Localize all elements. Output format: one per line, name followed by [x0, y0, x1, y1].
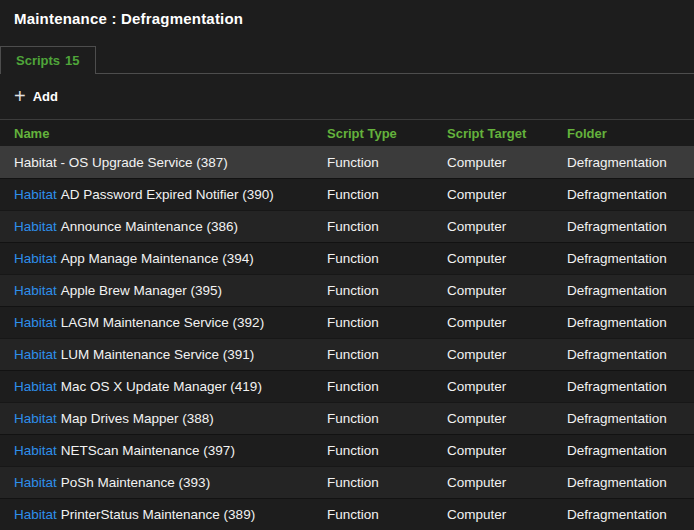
table-row[interactable]: HabitatLAGM Maintenance Service (392) Fu…	[0, 306, 694, 338]
script-target-cell: Computer	[447, 347, 567, 362]
script-name-cell: HabitatAnnounce Maintenance (386)	[14, 219, 327, 234]
add-button[interactable]: + Add	[14, 88, 58, 106]
script-target-cell: Computer	[447, 411, 567, 426]
script-name-link[interactable]: Habitat	[14, 315, 57, 330]
script-type-cell: Function	[327, 379, 447, 394]
page-title: Maintenance : Defragmentation	[14, 10, 680, 27]
table-row[interactable]: HabitatMac OS X Update Manager (419) Fun…	[0, 370, 694, 402]
script-name-link[interactable]: Habitat	[14, 187, 57, 202]
plus-icon: +	[14, 86, 26, 106]
folder-cell: Defragmentation	[567, 315, 694, 330]
table-row[interactable]: HabitatPoSh Maintenance (393) Function C…	[0, 466, 694, 498]
script-name-text: NETScan Maintenance (397)	[61, 443, 235, 458]
toolbar: + Add	[0, 74, 694, 119]
script-name-link[interactable]: Habitat	[14, 283, 57, 298]
table-row[interactable]: HabitatNETScan Maintenance (397) Functio…	[0, 434, 694, 466]
script-name-text: App Manage Maintenance (394)	[61, 251, 254, 266]
script-target-cell: Computer	[447, 219, 567, 234]
column-header-script-target[interactable]: Script Target	[447, 126, 567, 141]
folder-cell: Defragmentation	[567, 283, 694, 298]
script-type-cell: Function	[327, 347, 447, 362]
script-target-cell: Computer	[447, 443, 567, 458]
table-row[interactable]: HabitatApple Brew Manager (395) Function…	[0, 274, 694, 306]
table-body: Habitat - OS Upgrade Service (387) Funct…	[0, 146, 694, 530]
script-type-cell: Function	[327, 155, 447, 170]
table-row[interactable]: HabitatAD Password Expired Notifier (390…	[0, 178, 694, 210]
column-header-script-type[interactable]: Script Type	[327, 126, 447, 141]
folder-cell: Defragmentation	[567, 347, 694, 362]
script-target-cell: Computer	[447, 155, 567, 170]
script-type-cell: Function	[327, 283, 447, 298]
script-name-text: PoSh Maintenance (393)	[61, 475, 210, 490]
script-name-cell: HabitatApp Manage Maintenance (394)	[14, 251, 327, 266]
table-header: Name Script Type Script Target Folder	[0, 119, 694, 146]
script-target-cell: Computer	[447, 475, 567, 490]
tab-scripts-label: Scripts	[16, 53, 60, 68]
add-button-label: Add	[33, 89, 58, 104]
script-target-cell: Computer	[447, 315, 567, 330]
script-name-cell: HabitatMac OS X Update Manager (419)	[14, 379, 327, 394]
script-name-text: Habitat - OS Upgrade Service (387)	[14, 155, 228, 170]
tab-scripts[interactable]: Scripts 15	[0, 46, 96, 74]
script-name-cell: HabitatLAGM Maintenance Service (392)	[14, 315, 327, 330]
folder-cell: Defragmentation	[567, 219, 694, 234]
script-name-cell: HabitatPoSh Maintenance (393)	[14, 475, 327, 490]
script-name-cell: HabitatMap Drives Mapper (388)	[14, 411, 327, 426]
script-name-text: Map Drives Mapper (388)	[61, 411, 214, 426]
script-name-text: AD Password Expired Notifier (390)	[61, 187, 274, 202]
table-row[interactable]: HabitatPrinterStatus Maintenance (389) F…	[0, 498, 694, 530]
script-name-text: Apple Brew Manager (395)	[61, 283, 222, 298]
script-type-cell: Function	[327, 219, 447, 234]
script-name-cell: HabitatApple Brew Manager (395)	[14, 283, 327, 298]
tab-scripts-count: 15	[65, 53, 79, 68]
script-name-link[interactable]: Habitat	[14, 379, 57, 394]
script-type-cell: Function	[327, 443, 447, 458]
script-target-cell: Computer	[447, 379, 567, 394]
script-name-link[interactable]: Habitat	[14, 411, 57, 426]
folder-cell: Defragmentation	[567, 379, 694, 394]
script-name-link[interactable]: Habitat	[14, 347, 57, 362]
tab-bar: Scripts 15	[0, 46, 694, 74]
script-name-link[interactable]: Habitat	[14, 251, 57, 266]
table-row[interactable]: HabitatMap Drives Mapper (388) Function …	[0, 402, 694, 434]
table-row[interactable]: HabitatLUM Maintenance Service (391) Fun…	[0, 338, 694, 370]
script-name-text: Mac OS X Update Manager (419)	[61, 379, 262, 394]
script-name-link[interactable]: Habitat	[14, 507, 57, 522]
table-row[interactable]: Habitat - OS Upgrade Service (387) Funct…	[0, 146, 694, 178]
script-name-text: Announce Maintenance (386)	[61, 219, 238, 234]
table-row[interactable]: HabitatApp Manage Maintenance (394) Func…	[0, 242, 694, 274]
script-name-cell: HabitatAD Password Expired Notifier (390…	[14, 187, 327, 202]
folder-cell: Defragmentation	[567, 155, 694, 170]
script-target-cell: Computer	[447, 251, 567, 266]
folder-cell: Defragmentation	[567, 411, 694, 426]
folder-cell: Defragmentation	[567, 443, 694, 458]
folder-cell: Defragmentation	[567, 187, 694, 202]
maintenance-page: Maintenance : Defragmentation Scripts 15…	[0, 0, 694, 530]
script-name-link[interactable]: Habitat	[14, 475, 57, 490]
folder-cell: Defragmentation	[567, 475, 694, 490]
folder-cell: Defragmentation	[567, 507, 694, 522]
folder-cell: Defragmentation	[567, 251, 694, 266]
script-type-cell: Function	[327, 507, 447, 522]
script-type-cell: Function	[327, 475, 447, 490]
script-type-cell: Function	[327, 251, 447, 266]
script-target-cell: Computer	[447, 187, 567, 202]
script-name-cell: HabitatPrinterStatus Maintenance (389)	[14, 507, 327, 522]
script-type-cell: Function	[327, 411, 447, 426]
script-name-text: PrinterStatus Maintenance (389)	[61, 507, 255, 522]
script-target-cell: Computer	[447, 283, 567, 298]
script-type-cell: Function	[327, 187, 447, 202]
script-name-link[interactable]: Habitat	[14, 443, 57, 458]
script-name-cell: Habitat - OS Upgrade Service (387)	[14, 155, 327, 170]
script-type-cell: Function	[327, 315, 447, 330]
script-name-cell: HabitatLUM Maintenance Service (391)	[14, 347, 327, 362]
table-row[interactable]: HabitatAnnounce Maintenance (386) Functi…	[0, 210, 694, 242]
script-name-link[interactable]: Habitat	[14, 219, 57, 234]
script-name-text: LAGM Maintenance Service (392)	[61, 315, 264, 330]
column-header-folder[interactable]: Folder	[567, 126, 694, 141]
script-name-text: LUM Maintenance Service (391)	[61, 347, 255, 362]
column-header-name[interactable]: Name	[14, 126, 327, 141]
script-name-cell: HabitatNETScan Maintenance (397)	[14, 443, 327, 458]
title-bar: Maintenance : Defragmentation	[0, 0, 694, 46]
script-target-cell: Computer	[447, 507, 567, 522]
